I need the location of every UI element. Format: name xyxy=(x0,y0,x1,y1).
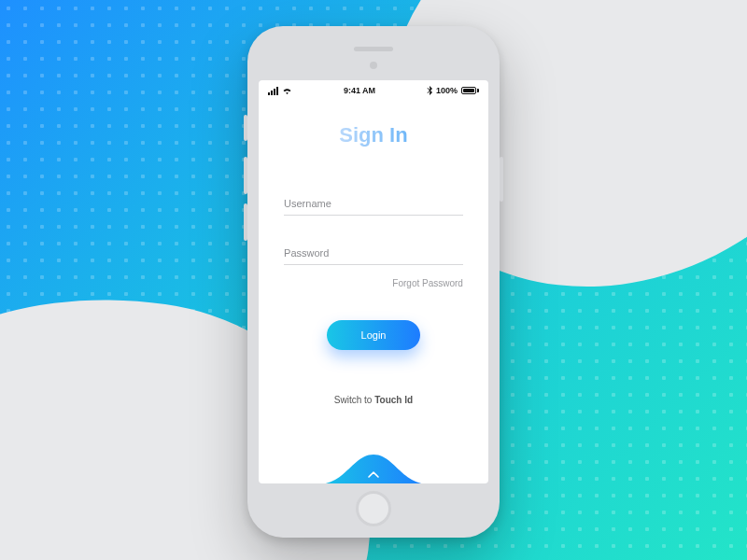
login-form: Forgot Password Login Switch to Touch Id xyxy=(284,192,463,405)
home-button[interactable] xyxy=(356,491,391,526)
switch-prefix: Switch to xyxy=(334,395,374,405)
login-button[interactable]: Login xyxy=(327,320,420,350)
status-time: 9:41 AM xyxy=(344,86,375,95)
forgot-password-link[interactable]: Forgot Password xyxy=(284,278,463,288)
switch-bold: Touch Id xyxy=(374,395,413,405)
battery-percent: 100% xyxy=(436,86,458,95)
password-field-wrapper xyxy=(284,242,463,265)
phone-side-button xyxy=(244,157,247,194)
switch-touch-id-label: Switch to Touch Id xyxy=(284,395,463,405)
screen-content: Sign In Forgot Password Login Switch to … xyxy=(259,101,488,483)
phone-side-button xyxy=(244,115,247,141)
phone-frame: 9:41 AM 100% Sign In xyxy=(247,26,500,538)
battery-icon xyxy=(461,87,479,94)
touch-id-drawer-handle[interactable] xyxy=(317,449,430,483)
phone-speaker xyxy=(354,47,393,51)
phone-screen: 9:41 AM 100% Sign In xyxy=(259,80,488,483)
username-field-wrapper xyxy=(284,192,463,216)
app-canvas: 9:41 AM 100% Sign In xyxy=(0,0,747,560)
phone-side-button xyxy=(500,157,503,202)
status-bar: 9:41 AM 100% xyxy=(259,80,488,101)
status-left xyxy=(268,87,292,95)
password-input[interactable] xyxy=(284,242,463,265)
phone-camera xyxy=(370,62,377,69)
bluetooth-icon xyxy=(427,86,432,95)
username-input[interactable] xyxy=(284,192,463,216)
page-title: Sign In xyxy=(339,123,407,147)
phone-side-button xyxy=(244,203,247,241)
status-right: 100% xyxy=(427,86,479,95)
wifi-icon xyxy=(282,87,292,94)
cellular-signal-icon xyxy=(268,87,278,95)
